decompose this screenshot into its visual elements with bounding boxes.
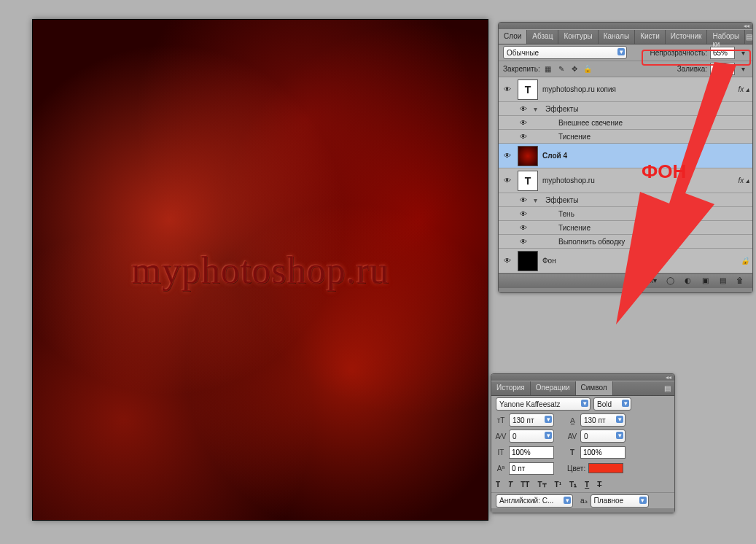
aa-icon: aₐ — [580, 497, 588, 505]
vscale-icon: IT — [496, 447, 506, 457]
baseline-input[interactable] — [509, 462, 554, 475]
layer-row[interactable]: 👁Tmyphotoshop.rufx ▴ — [499, 168, 752, 193]
adjustment-layer-icon[interactable]: ◐ — [682, 276, 693, 287]
layer-row[interactable]: 👁Фон🔒 — [499, 249, 752, 273]
font-weight-select[interactable]: Bold — [593, 397, 631, 411]
smallcaps-button[interactable]: Tᴛ — [537, 481, 546, 489]
visibility-icon[interactable]: 👁 — [518, 210, 529, 218]
layer-thumb[interactable]: T — [518, 171, 538, 191]
visibility-icon[interactable]: 👁 — [502, 152, 513, 160]
layer-row[interactable]: 👁▾Эффекты — [499, 102, 752, 116]
tab-операции[interactable]: Операции — [531, 381, 576, 395]
visibility-icon[interactable]: 👁 — [518, 196, 529, 204]
leading-icon: A̲ — [567, 415, 577, 425]
layer-label: Слой 4 — [542, 152, 567, 160]
character-panel: ◂◂ ИсторияОперацииСимвол▤ Yanone Kaffees… — [491, 373, 675, 513]
lock-all-icon[interactable]: 🔒 — [582, 64, 593, 74]
layer-thumb[interactable] — [518, 146, 538, 166]
document-canvas[interactable]: myphotoshop.ru — [33, 20, 488, 520]
antialias-select[interactable]: Плавное — [591, 494, 649, 508]
layer-label: myphotoshop.ru копия — [542, 85, 616, 93]
lock-position-icon[interactable]: ✥ — [569, 64, 580, 74]
layer-thumb[interactable]: T — [518, 79, 538, 100]
faux-bold-button[interactable]: T — [496, 481, 500, 489]
panel-collapse-strip[interactable]: ◂◂ — [499, 23, 752, 29]
size-icon: тT — [496, 415, 506, 425]
superscript-button[interactable]: T¹ — [555, 481, 561, 489]
allcaps-button[interactable]: TT — [521, 481, 529, 489]
baseline-color-row: Aª Цвет: — [491, 460, 674, 476]
lock-transparency-icon[interactable]: ▦ — [543, 64, 553, 74]
tab-каналы[interactable]: Каналы — [599, 30, 636, 44]
leading-input[interactable]: 130 пт — [580, 413, 626, 427]
visibility-icon[interactable]: 👁 — [518, 224, 529, 232]
tab-история[interactable]: История — [491, 381, 531, 395]
font-row: Yanone Kaffeesatz Bold — [491, 396, 674, 412]
font-family-select[interactable]: Yanone Kaffeesatz — [496, 397, 591, 411]
tab-символ[interactable]: Символ — [576, 381, 613, 395]
layer-label: Внешнее свечение — [558, 119, 623, 127]
visibility-icon[interactable]: 👁 — [518, 133, 529, 141]
link-layers-icon[interactable]: ⌘ — [630, 276, 640, 287]
layer-thumb[interactable] — [518, 251, 538, 271]
kerning-input[interactable]: 0 — [509, 430, 554, 443]
new-layer-icon[interactable]: ▤ — [717, 276, 728, 287]
tab-источник[interactable]: Источник — [666, 30, 708, 44]
layer-label: Эффекты — [545, 105, 578, 113]
blend-mode-select[interactable]: Обычные — [503, 46, 627, 59]
canvas-text: myphotoshop.ru — [131, 249, 389, 292]
lock-icon[interactable]: 🔒 — [741, 257, 749, 265]
font-size-input[interactable]: 130 пт — [509, 413, 554, 427]
layer-row[interactable]: 👁Тиснение — [499, 130, 752, 144]
visibility-icon[interactable]: 👁 — [518, 105, 529, 113]
tab-слои[interactable]: Слои — [499, 30, 527, 44]
layers-tabbar: СлоиАбзацКонтурыКаналыКистиИсточникНабор… — [499, 30, 752, 44]
hscale-input[interactable] — [580, 446, 626, 459]
annotation-label: ФОН — [642, 160, 686, 183]
char-collapse-strip[interactable]: ◂◂ — [491, 374, 674, 381]
char-menu-icon[interactable]: ▤ — [660, 381, 674, 395]
subscript-button[interactable]: T₁ — [569, 481, 577, 489]
layer-label: Тиснение — [558, 133, 591, 141]
fx-badge[interactable]: fx ▴ — [738, 176, 749, 184]
visibility-icon[interactable]: 👁 — [502, 85, 513, 93]
kern-track-row: A⁄V 0 AV 0 — [491, 428, 674, 444]
layer-row[interactable]: 👁Тиснение — [499, 221, 752, 235]
tab-абзац[interactable]: Абзац — [527, 30, 558, 44]
visibility-icon[interactable]: 👁 — [518, 119, 529, 127]
style-buttons-row: T T TT Tᴛ T¹ T₁ T T — [491, 476, 674, 492]
strikethrough-button[interactable]: T — [597, 481, 601, 489]
visibility-icon[interactable]: 👁 — [518, 238, 529, 246]
lock-paint-icon[interactable]: ✎ — [556, 64, 566, 74]
visibility-icon[interactable]: 👁 — [502, 257, 513, 265]
fill-label: Заливка: — [677, 65, 707, 73]
layer-row[interactable]: 👁Тень — [499, 207, 752, 221]
tracking-icon: AV — [567, 431, 577, 441]
layer-mask-icon[interactable]: ◯ — [665, 276, 675, 287]
visibility-icon[interactable]: 👁 — [502, 176, 513, 184]
panel-menu-icon[interactable]: ▤ — [745, 30, 752, 44]
tab-кисти[interactable]: Кисти — [635, 30, 666, 44]
text-color-swatch[interactable] — [588, 463, 623, 473]
lang-aa-row: Английский: С... aₐ Плавное — [491, 492, 674, 508]
layer-row[interactable]: 👁Слой 4 — [499, 144, 752, 168]
layer-row[interactable]: 👁▾Эффекты — [499, 193, 752, 207]
tab-контуры[interactable]: Контуры — [558, 30, 598, 44]
color-label: Цвет: — [567, 465, 585, 473]
tab-наборы ки[interactable]: Наборы ки — [707, 30, 745, 44]
tracking-input[interactable]: 0 — [580, 430, 626, 443]
layer-list[interactable]: 👁Tmyphotoshop.ru копияfx ▴👁▾Эффекты👁Внеш… — [499, 77, 752, 273]
layer-label: Тиснение — [558, 224, 591, 232]
faux-italic-button[interactable]: T — [508, 481, 513, 489]
layer-row[interactable]: 👁Выполнить обводку — [499, 235, 752, 249]
layer-row[interactable]: 👁Tmyphotoshop.ru копияfx ▴ — [499, 77, 752, 102]
vscale-input[interactable] — [509, 446, 554, 459]
underline-button[interactable]: T — [585, 481, 589, 489]
language-select[interactable]: Английский: С... — [496, 494, 573, 508]
fx-badge[interactable]: fx ▴ — [738, 85, 749, 93]
new-group-icon[interactable]: ▣ — [700, 276, 710, 287]
char-tabbar: ИсторияОперацииСимвол▤ — [491, 381, 674, 396]
delete-layer-icon[interactable]: 🗑 — [735, 276, 745, 287]
layer-row[interactable]: 👁Внешнее свечение — [499, 116, 752, 130]
layer-fx-icon[interactable]: fx▾ — [647, 276, 658, 287]
